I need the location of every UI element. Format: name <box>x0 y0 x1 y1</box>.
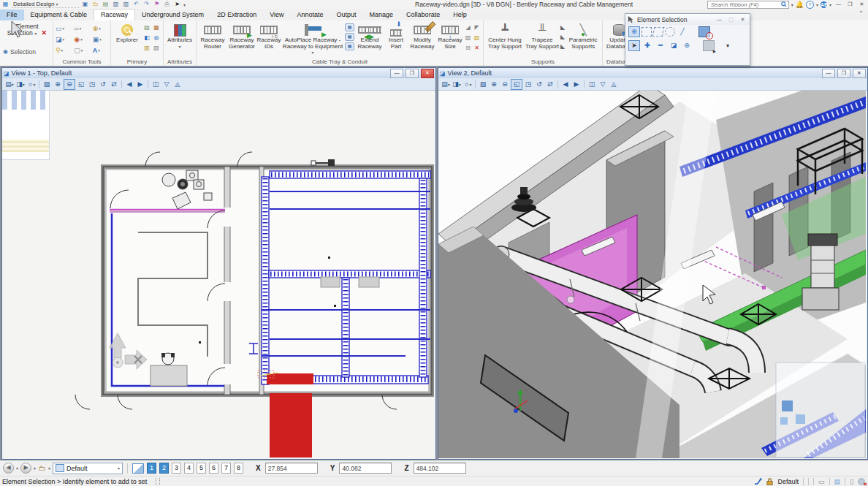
rail-tool-icon[interactable]: ▦ <box>345 42 354 50</box>
parametric-supports-button[interactable]: ╲● Parametric Supports <box>566 22 600 58</box>
clip-volume-icon[interactable]: ▽ <box>161 80 172 89</box>
view-toggle-1[interactable]: 1 <box>147 463 156 474</box>
support-tool-icon[interactable]: ◣ <box>560 23 565 31</box>
help-menu-icon[interactable]: ▾ <box>816 2 818 7</box>
modify-raceway-button[interactable]: Modify Raceway <box>408 22 436 58</box>
update-view-icon[interactable]: ▨ <box>478 80 488 89</box>
mode-block-icon[interactable] <box>642 27 652 37</box>
view-toggle-6[interactable]: 6 <box>209 463 218 474</box>
zoom-out-icon[interactable]: ⊖ <box>64 79 75 90</box>
copy-view-icon[interactable]: ◫ <box>587 80 597 89</box>
place-fence-button[interactable]: ▭▾ <box>56 23 71 34</box>
flag-icon[interactable]: ⚑ <box>153 1 161 8</box>
view-group-combo[interactable]: Default ▾ <box>53 463 123 474</box>
trapeze-tray-support-button[interactable]: ╨ Trapeze Tray Support <box>525 22 559 58</box>
extend-raceway-button[interactable]: ◀▶ Extend Raceway <box>356 22 384 58</box>
view-next-icon[interactable]: ▶ <box>135 80 145 89</box>
explorer-button[interactable]: Explorer <box>113 22 141 58</box>
view-toggle-8[interactable]: 8 <box>234 463 243 474</box>
tab-file[interactable]: File <box>0 10 24 20</box>
attributes-button[interactable]: Attributes ▾ <box>166 22 194 58</box>
color-picker-button[interactable]: ◉▾ <box>74 34 89 45</box>
clip-volume-icon[interactable]: ▽ <box>598 80 608 89</box>
view1-titlebar[interactable]: ◪ View 1 - Top, Default — ❐ ✕ <box>2 68 435 78</box>
view-previous-icon[interactable]: ◀ <box>124 80 134 89</box>
tab-view[interactable]: View <box>263 10 290 20</box>
saved-views-menu-icon[interactable]: ▾ <box>48 466 50 471</box>
merge-icon[interactable]: ⊞ <box>464 44 472 53</box>
pattern-button[interactable]: ▣▾ <box>93 34 108 45</box>
view-toggle-3[interactable]: 3 <box>172 463 181 474</box>
close-tool-icon[interactable]: ✕ <box>42 29 47 37</box>
tab-annotate[interactable]: Annotate <box>291 10 330 20</box>
view-toggle-2[interactable]: 2 <box>159 463 169 474</box>
mode-individual-icon[interactable]: ⊕ <box>628 26 640 37</box>
dialog-titlebar[interactable]: Element Selection — ▢ ✕ <box>625 14 750 25</box>
dialog-minimize-button[interactable]: — <box>715 17 724 22</box>
support-tool-icon[interactable]: ◣ <box>560 33 565 41</box>
window-area-icon[interactable]: ◱ <box>76 80 86 89</box>
view-forward-menu-icon[interactable]: ▾ <box>34 466 36 471</box>
undo-icon[interactable]: ↶ <box>132 1 140 8</box>
raceway-ids-button[interactable]: I·D Raceway IDs <box>257 22 281 58</box>
redo-icon[interactable]: ↷ <box>142 1 151 8</box>
dialog-expand-icon[interactable]: ▾ <box>726 42 729 49</box>
view-close-button[interactable]: ✕ <box>421 69 434 78</box>
adjust-brightness-icon[interactable]: ☼▾ <box>26 80 37 89</box>
rotate-part-icon[interactable]: ◢ <box>464 23 472 33</box>
compress-icon[interactable]: ▣ <box>81 1 89 8</box>
model-canvas[interactable] <box>438 91 867 459</box>
view-back-button[interactable]: ◀ <box>3 463 14 474</box>
y-coordinate-field[interactable] <box>339 463 392 474</box>
x-coordinate-field[interactable] <box>265 463 318 474</box>
view-minimize-button[interactable]: — <box>822 69 835 78</box>
mode-shape-icon[interactable] <box>652 27 665 37</box>
raceway-size-button[interactable]: ↑ Raceway Size <box>438 22 462 58</box>
raceway-router-button[interactable]: Raceway Router <box>199 22 226 58</box>
rotate-view-icon[interactable]: ↺ <box>98 80 108 89</box>
tab-output[interactable]: Output <box>330 10 363 20</box>
print-icon[interactable]: ⎙ <box>163 1 171 8</box>
app-menu-icon[interactable]: ▦ <box>1 1 9 8</box>
update-view-icon[interactable]: ▨ <box>42 80 52 89</box>
fit-view-icon[interactable]: ◳ <box>523 80 533 89</box>
adjust-brightness-icon[interactable]: ☼▾ <box>462 80 473 89</box>
mode-line-icon[interactable]: ╱ <box>677 26 688 37</box>
dgn-status-icon[interactable]: ▯ <box>850 477 853 486</box>
view-forward-button[interactable]: ▶ <box>20 463 31 474</box>
save-icon[interactable]: ▥ <box>112 1 120 8</box>
clear-selection-icon[interactable] <box>698 26 710 37</box>
view-previous-icon[interactable]: ◀ <box>560 80 571 89</box>
view-attributes-icon[interactable]: ▤▾ <box>4 80 15 89</box>
connection-status-icon[interactable] <box>858 478 865 485</box>
text-button[interactable]: A▾ <box>93 45 108 56</box>
tab-underground-system[interactable]: Underground System <box>135 10 210 20</box>
view-restore-button[interactable]: ❐ <box>406 69 419 78</box>
view-restore-button[interactable]: ❐ <box>837 69 850 78</box>
locks-icon[interactable] <box>766 478 773 485</box>
method-add-icon[interactable]: ✚ <box>642 40 653 51</box>
fit-view-icon[interactable]: ◳ <box>87 80 97 89</box>
center-hung-tray-support-button[interactable]: ┻ Center Hung Tray Support <box>486 22 524 58</box>
view-toggle-7[interactable]: 7 <box>221 463 231 474</box>
method-invert-icon[interactable]: ◪ <box>668 40 679 51</box>
help-icon[interactable]: ? <box>806 1 814 9</box>
insert-part-button[interactable]: ⬇ Insert Part <box>385 22 407 58</box>
ribbon-collapse-icon[interactable]: ⌃ <box>859 10 864 17</box>
tab-help[interactable]: Help <box>446 10 473 20</box>
search-icon[interactable] <box>781 1 787 7</box>
markups-icon[interactable]: ▧ <box>152 44 161 53</box>
copy-view-icon[interactable]: ◫ <box>151 80 161 89</box>
references-icon[interactable]: ◧ <box>142 34 151 43</box>
pointer-icon[interactable]: ➤ <box>173 1 181 8</box>
view-menu-icon[interactable]: ◪ <box>440 69 446 77</box>
window-area-icon[interactable]: ◱ <box>511 79 522 90</box>
search-options-icon[interactable]: ▾ <box>791 2 793 7</box>
pan-view-icon[interactable]: ⇄ <box>109 80 119 89</box>
method-overlap-icon[interactable]: ⊛ <box>681 40 693 51</box>
fence-mode-button[interactable]: ◪▾ <box>56 34 71 45</box>
lamp-button[interactable]: ⚲▾ <box>56 45 71 56</box>
z-coordinate-field[interactable] <box>414 463 466 474</box>
view-minimize-button[interactable]: — <box>390 69 403 78</box>
models-icon[interactable]: ▦ <box>152 23 161 33</box>
